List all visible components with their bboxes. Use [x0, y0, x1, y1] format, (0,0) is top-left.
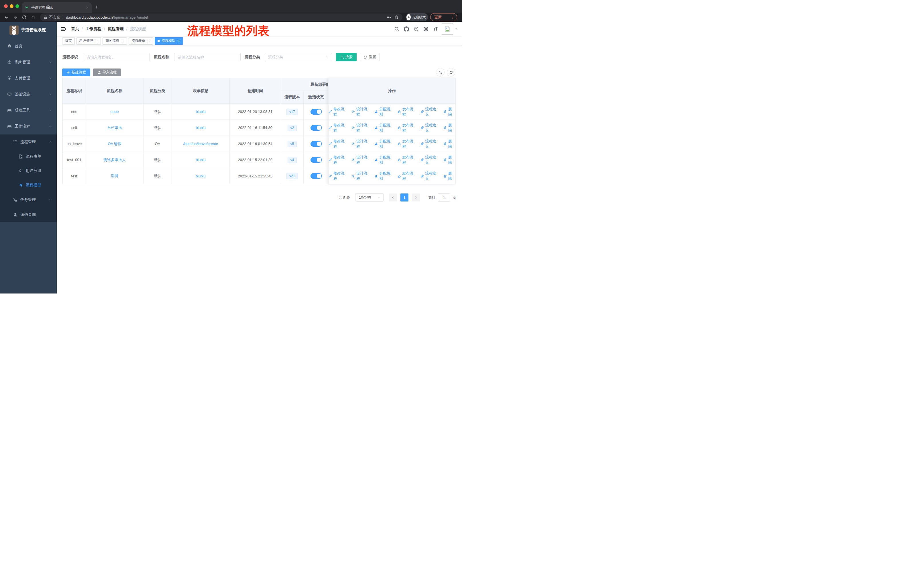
action-user-link[interactable]: 分配规则: [375, 107, 394, 117]
action-thumb-link[interactable]: 发布流程: [398, 107, 417, 117]
action-gear-link[interactable]: 设计流程: [351, 123, 371, 133]
create-process-button[interactable]: 新建流程: [62, 68, 90, 76]
filter-select-category[interactable]: 流程分类: [265, 53, 332, 61]
tag-close-icon[interactable]: [121, 40, 124, 42]
action-trash-link[interactable]: 删除: [443, 139, 455, 149]
action-paperclip-link[interactable]: 流程定义: [421, 155, 440, 165]
reload-icon[interactable]: [22, 15, 26, 20]
window-minimize-button[interactable]: [10, 4, 13, 8]
header-search-icon[interactable]: [394, 26, 399, 31]
sidebar-item-11[interactable]: 请假查询: [0, 207, 57, 222]
action-paperclip-link[interactable]: 流程定义: [421, 107, 440, 117]
action-paperclip-link[interactable]: 流程定义: [421, 123, 440, 133]
action-thumb-link[interactable]: 发布流程: [398, 139, 417, 149]
action-trash-link[interactable]: 删除: [443, 123, 455, 133]
tag-close-icon[interactable]: [147, 40, 150, 42]
breadcrumb-item[interactable]: 首页: [71, 26, 79, 31]
sidebar-item-1[interactable]: 系统管理: [0, 54, 57, 70]
pagination-prev-button[interactable]: [389, 193, 397, 202]
breadcrumb-item[interactable]: 工作流程: [85, 26, 101, 31]
toggle-search-button[interactable]: [436, 68, 444, 76]
import-process-button[interactable]: 导入流程: [93, 68, 121, 76]
home-icon[interactable]: [31, 15, 36, 20]
sidebar-item-0[interactable]: 首页: [0, 38, 57, 54]
action-trash-link[interactable]: 删除: [443, 155, 455, 165]
bookmark-star-icon[interactable]: [394, 15, 399, 20]
fullscreen-icon[interactable]: [423, 26, 429, 31]
sidebar-fold-icon[interactable]: [61, 26, 66, 32]
tab-close-icon[interactable]: [86, 6, 89, 9]
action-gear-link[interactable]: 设计流程: [351, 155, 371, 165]
tag-4[interactable]: 流程模型: [155, 37, 183, 45]
breadcrumb-item[interactable]: 流程管理: [108, 26, 124, 31]
active-toggle[interactable]: [310, 125, 322, 131]
sidebar-item-6[interactable]: 流程管理: [0, 134, 57, 149]
active-toggle[interactable]: [310, 109, 322, 115]
sidebar-item-3[interactable]: 基础设施: [0, 86, 57, 103]
sidebar-item-4[interactable]: 研发工具: [0, 103, 57, 118]
action-gear-link[interactable]: 设计流程: [351, 139, 371, 149]
page-size-select[interactable]: 10条/页: [355, 193, 383, 202]
form-link[interactable]: biubiu: [196, 126, 206, 130]
avatar-caret-down-icon[interactable]: [455, 27, 458, 31]
action-gear-link[interactable]: 设计流程: [351, 171, 371, 181]
action-paperclip-link[interactable]: 流程定义: [421, 171, 440, 181]
action-thumb-link[interactable]: 发布流程: [398, 171, 417, 181]
action-pencil-link[interactable]: 修改流程: [328, 139, 348, 149]
action-pencil-link[interactable]: 修改流程: [328, 171, 348, 181]
reset-button[interactable]: 重置: [360, 53, 380, 61]
filter-input-id[interactable]: [83, 53, 150, 61]
help-icon[interactable]: [414, 26, 419, 31]
user-avatar[interactable]: [442, 23, 453, 35]
tag-0[interactable]: 首页: [62, 37, 75, 45]
filter-input-name[interactable]: [174, 53, 241, 61]
search-button[interactable]: 搜索: [336, 53, 356, 61]
sidebar-item-10[interactable]: 任务管理: [0, 192, 57, 207]
forward-icon[interactable]: [13, 15, 18, 20]
tag-2[interactable]: 我的流程: [102, 37, 127, 45]
not-secure-warning-icon[interactable]: [43, 15, 48, 19]
name-link[interactable]: 测试多审批人: [103, 157, 126, 162]
tag-1[interactable]: 租户管理: [76, 37, 101, 45]
browser-tab[interactable]: 芋道管理系统: [22, 2, 92, 13]
action-thumb-link[interactable]: 发布流程: [398, 123, 417, 133]
action-user-link[interactable]: 分配规则: [375, 139, 394, 149]
refresh-table-button[interactable]: [447, 68, 455, 76]
action-paperclip-link[interactable]: 流程定义: [421, 139, 440, 149]
sidebar-item-8[interactable]: 用户分组: [0, 164, 57, 178]
action-trash-link[interactable]: 删除: [443, 107, 455, 117]
action-user-link[interactable]: 分配规则: [375, 171, 394, 181]
tag-close-icon[interactable]: [177, 40, 180, 42]
name-link[interactable]: eeee: [111, 109, 119, 114]
new-tab-button[interactable]: [94, 5, 99, 9]
window-close-button[interactable]: [4, 4, 8, 8]
window-zoom-button[interactable]: [15, 4, 19, 8]
back-icon[interactable]: [4, 15, 9, 20]
form-link[interactable]: biubiu: [196, 174, 206, 178]
active-toggle[interactable]: [310, 157, 322, 163]
action-trash-link[interactable]: 删除: [443, 171, 455, 181]
action-pencil-link[interactable]: 修改流程: [328, 107, 348, 117]
update-label[interactable]: 更新: [434, 15, 442, 20]
font-size-icon[interactable]: [433, 26, 438, 31]
name-link[interactable]: OA 请假: [108, 141, 121, 147]
active-toggle[interactable]: [310, 173, 322, 179]
form-link[interactable]: /bpm/oa/leave/create: [183, 142, 218, 146]
name-link[interactable]: 滔博: [111, 174, 118, 179]
action-thumb-link[interactable]: 发布流程: [398, 155, 417, 165]
pagination-goto-input[interactable]: [438, 193, 450, 202]
pagination-page-1[interactable]: 1: [401, 193, 408, 202]
active-toggle[interactable]: [310, 141, 322, 147]
not-secure-label[interactable]: 不安全: [49, 15, 60, 20]
action-pencil-link[interactable]: 修改流程: [328, 123, 348, 133]
pagination-next-button[interactable]: [412, 193, 420, 202]
browser-update-button[interactable]: 更新: [430, 13, 457, 21]
action-user-link[interactable]: 分配规则: [375, 123, 394, 133]
address-bar[interactable]: 不安全 dashboard.yudao.iocoder.cn/bpm/manag…: [40, 13, 403, 21]
action-gear-link[interactable]: 设计流程: [351, 107, 371, 117]
sidebar-logo-row[interactable]: 芋道管理系统: [0, 22, 57, 38]
action-user-link[interactable]: 分配规则: [375, 155, 394, 165]
browser-menu-dots-icon[interactable]: [451, 15, 455, 19]
tag-close-icon[interactable]: [95, 40, 98, 42]
form-link[interactable]: biubiu: [196, 158, 206, 162]
